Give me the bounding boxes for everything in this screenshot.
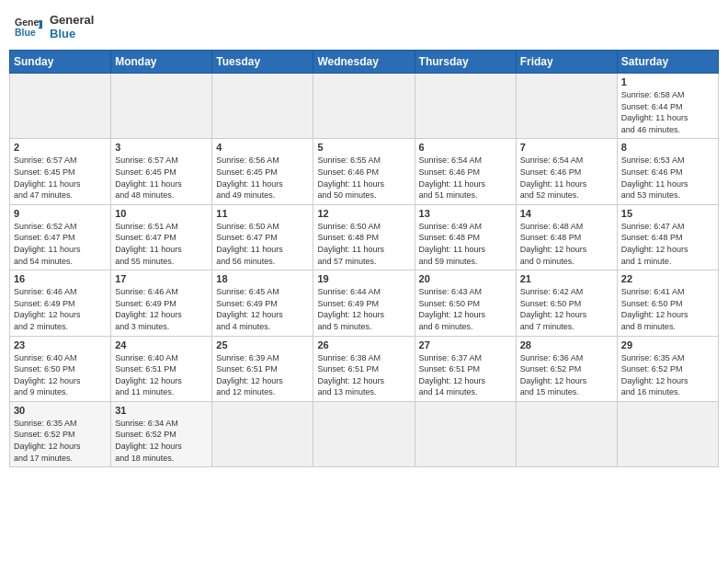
calendar-cell: 14Sunrise: 6:48 AM Sunset: 6:48 PM Dayli…: [516, 204, 617, 270]
calendar-cell: [313, 74, 415, 139]
calendar-cell: 6Sunrise: 6:54 AM Sunset: 6:46 PM Daylig…: [415, 139, 516, 204]
day-header-sunday: Sunday: [10, 51, 111, 74]
day-number: 13: [419, 208, 512, 219]
day-info: Sunrise: 6:56 AM Sunset: 6:45 PM Dayligh…: [216, 155, 309, 201]
calendar-week-4: 16Sunrise: 6:46 AM Sunset: 6:49 PM Dayli…: [10, 270, 719, 336]
day-info: Sunrise: 6:41 AM Sunset: 6:50 PM Dayligh…: [621, 286, 714, 332]
calendar-cell: 24Sunrise: 6:40 AM Sunset: 6:51 PM Dayli…: [111, 336, 212, 401]
day-info: Sunrise: 6:57 AM Sunset: 6:45 PM Dayligh…: [115, 155, 208, 201]
day-info: Sunrise: 6:48 AM Sunset: 6:48 PM Dayligh…: [520, 221, 613, 267]
calendar-cell: 23Sunrise: 6:40 AM Sunset: 6:50 PM Dayli…: [10, 336, 111, 401]
day-number: 11: [216, 208, 309, 219]
day-info: Sunrise: 6:35 AM Sunset: 6:52 PM Dayligh…: [14, 418, 107, 464]
calendar-cell: [10, 74, 111, 139]
calendar-cell: [111, 74, 212, 139]
day-number: 7: [520, 142, 613, 153]
day-info: Sunrise: 6:52 AM Sunset: 6:47 PM Dayligh…: [14, 221, 107, 267]
calendar-cell: [617, 401, 718, 466]
calendar-cell: 3Sunrise: 6:57 AM Sunset: 6:45 PM Daylig…: [111, 139, 212, 204]
calendar-cell: 21Sunrise: 6:42 AM Sunset: 6:50 PM Dayli…: [516, 270, 617, 336]
day-number: 2: [14, 142, 107, 153]
logo-general: General: [50, 13, 94, 27]
calendar-body: 1Sunrise: 6:58 AM Sunset: 6:44 PM Daylig…: [10, 74, 719, 467]
day-number: 19: [317, 273, 410, 284]
calendar-cell: 10Sunrise: 6:51 AM Sunset: 6:47 PM Dayli…: [111, 204, 212, 270]
calendar-cell: 19Sunrise: 6:44 AM Sunset: 6:49 PM Dayli…: [313, 270, 415, 336]
day-info: Sunrise: 6:35 AM Sunset: 6:52 PM Dayligh…: [621, 352, 714, 398]
day-info: Sunrise: 6:53 AM Sunset: 6:46 PM Dayligh…: [621, 155, 714, 201]
day-header-saturday: Saturday: [617, 51, 718, 74]
day-number: 8: [621, 142, 714, 153]
day-info: Sunrise: 6:43 AM Sunset: 6:50 PM Dayligh…: [419, 286, 512, 332]
calendar-cell: 17Sunrise: 6:46 AM Sunset: 6:49 PM Dayli…: [111, 270, 212, 336]
calendar-cell: 4Sunrise: 6:56 AM Sunset: 6:45 PM Daylig…: [212, 139, 313, 204]
day-number: 27: [419, 339, 512, 350]
day-info: Sunrise: 6:38 AM Sunset: 6:51 PM Dayligh…: [317, 352, 410, 398]
day-number: 16: [14, 273, 107, 284]
calendar-cell: 29Sunrise: 6:35 AM Sunset: 6:52 PM Dayli…: [617, 336, 718, 401]
day-info: Sunrise: 6:58 AM Sunset: 6:44 PM Dayligh…: [621, 89, 714, 135]
day-info: Sunrise: 6:57 AM Sunset: 6:45 PM Dayligh…: [14, 155, 107, 201]
day-header-wednesday: Wednesday: [313, 51, 415, 74]
day-number: 15: [621, 208, 714, 219]
calendar-cell: [212, 401, 313, 466]
calendar-week-3: 9Sunrise: 6:52 AM Sunset: 6:47 PM Daylig…: [10, 204, 719, 270]
page-header: General Blue General Blue: [9, 9, 719, 44]
calendar-cell: 26Sunrise: 6:38 AM Sunset: 6:51 PM Dayli…: [313, 336, 415, 401]
calendar-cell: 28Sunrise: 6:36 AM Sunset: 6:52 PM Dayli…: [516, 336, 617, 401]
day-number: 26: [317, 339, 410, 350]
day-header-friday: Friday: [516, 51, 617, 74]
day-number: 14: [520, 208, 613, 219]
logo-icon: General Blue: [15, 15, 42, 39]
calendar-cell: 7Sunrise: 6:54 AM Sunset: 6:46 PM Daylig…: [516, 139, 617, 204]
day-number: 23: [14, 339, 107, 350]
day-header-monday: Monday: [111, 51, 212, 74]
day-info: Sunrise: 6:51 AM Sunset: 6:47 PM Dayligh…: [115, 221, 208, 267]
calendar-table: SundayMondayTuesdayWednesdayThursdayFrid…: [9, 50, 719, 467]
calendar-cell: 16Sunrise: 6:46 AM Sunset: 6:49 PM Dayli…: [10, 270, 111, 336]
calendar-cell: [516, 74, 617, 139]
day-info: Sunrise: 6:50 AM Sunset: 6:47 PM Dayligh…: [216, 221, 309, 267]
calendar-week-5: 23Sunrise: 6:40 AM Sunset: 6:50 PM Dayli…: [10, 336, 719, 401]
calendar-cell: 22Sunrise: 6:41 AM Sunset: 6:50 PM Dayli…: [617, 270, 718, 336]
calendar-cell: [313, 401, 415, 466]
day-number: 9: [14, 208, 107, 219]
day-number: 24: [115, 339, 208, 350]
day-info: Sunrise: 6:34 AM Sunset: 6:52 PM Dayligh…: [115, 418, 208, 464]
day-info: Sunrise: 6:49 AM Sunset: 6:48 PM Dayligh…: [419, 221, 512, 267]
day-number: 6: [419, 142, 512, 153]
day-number: 28: [520, 339, 613, 350]
day-number: 30: [14, 405, 107, 416]
calendar-week-2: 2Sunrise: 6:57 AM Sunset: 6:45 PM Daylig…: [10, 139, 719, 204]
day-info: Sunrise: 6:44 AM Sunset: 6:49 PM Dayligh…: [317, 286, 410, 332]
day-number: 29: [621, 339, 714, 350]
calendar-cell: [415, 401, 516, 466]
day-number: 25: [216, 339, 309, 350]
calendar-week-6: 30Sunrise: 6:35 AM Sunset: 6:52 PM Dayli…: [10, 401, 719, 466]
calendar-cell: 25Sunrise: 6:39 AM Sunset: 6:51 PM Dayli…: [212, 336, 313, 401]
day-number: 5: [317, 142, 410, 153]
day-info: Sunrise: 6:37 AM Sunset: 6:51 PM Dayligh…: [419, 352, 512, 398]
day-info: Sunrise: 6:47 AM Sunset: 6:48 PM Dayligh…: [621, 221, 714, 267]
calendar-cell: 8Sunrise: 6:53 AM Sunset: 6:46 PM Daylig…: [617, 139, 718, 204]
day-info: Sunrise: 6:40 AM Sunset: 6:50 PM Dayligh…: [14, 352, 107, 398]
day-info: Sunrise: 6:50 AM Sunset: 6:48 PM Dayligh…: [317, 221, 410, 267]
calendar-cell: 5Sunrise: 6:55 AM Sunset: 6:46 PM Daylig…: [313, 139, 415, 204]
day-header-thursday: Thursday: [415, 51, 516, 74]
calendar-cell: 13Sunrise: 6:49 AM Sunset: 6:48 PM Dayli…: [415, 204, 516, 270]
day-info: Sunrise: 6:54 AM Sunset: 6:46 PM Dayligh…: [520, 155, 613, 201]
day-number: 20: [419, 273, 512, 284]
calendar-cell: 31Sunrise: 6:34 AM Sunset: 6:52 PM Dayli…: [111, 401, 212, 466]
day-info: Sunrise: 6:40 AM Sunset: 6:51 PM Dayligh…: [115, 352, 208, 398]
day-number: 18: [216, 273, 309, 284]
day-info: Sunrise: 6:46 AM Sunset: 6:49 PM Dayligh…: [115, 286, 208, 332]
calendar-cell: 2Sunrise: 6:57 AM Sunset: 6:45 PM Daylig…: [10, 139, 111, 204]
day-info: Sunrise: 6:46 AM Sunset: 6:49 PM Dayligh…: [14, 286, 107, 332]
day-info: Sunrise: 6:54 AM Sunset: 6:46 PM Dayligh…: [419, 155, 512, 201]
day-info: Sunrise: 6:39 AM Sunset: 6:51 PM Dayligh…: [216, 352, 309, 398]
day-number: 10: [115, 208, 208, 219]
days-of-week-row: SundayMondayTuesdayWednesdayThursdayFrid…: [10, 51, 719, 74]
calendar-cell: [415, 74, 516, 139]
day-info: Sunrise: 6:45 AM Sunset: 6:49 PM Dayligh…: [216, 286, 309, 332]
day-number: 17: [115, 273, 208, 284]
